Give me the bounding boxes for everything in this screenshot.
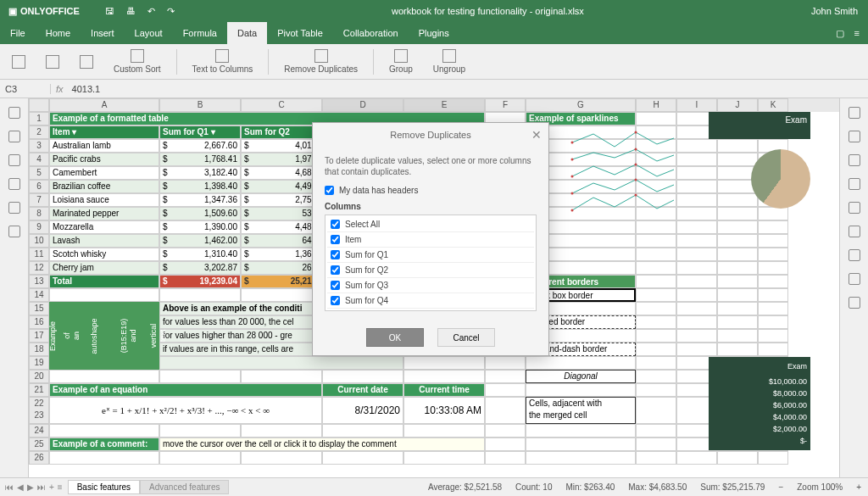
row-header[interactable]: 20 <box>29 370 49 383</box>
cell[interactable] <box>676 261 717 275</box>
value-cell[interactable]: $3,202.87 <box>159 261 241 275</box>
cell[interactable] <box>676 193 717 207</box>
remove-duplicates-button[interactable]: Remove Duplicates <box>279 49 363 74</box>
border-diagonal[interactable]: Diagonal <box>526 370 636 383</box>
cell[interactable] <box>676 343 717 356</box>
pivot-settings-icon[interactable] <box>849 249 860 261</box>
item-cell[interactable]: Cherry jam <box>49 261 159 275</box>
cell[interactable] <box>717 261 758 275</box>
item-cell[interactable]: Mozzarella <box>49 220 159 234</box>
col-header[interactable]: I <box>676 98 717 112</box>
cell[interactable] <box>241 370 322 383</box>
cell[interactable] <box>159 288 241 302</box>
print-icon[interactable]: 🖶 <box>126 6 136 17</box>
cell[interactable] <box>485 370 526 383</box>
slicer-settings-icon[interactable] <box>849 273 860 285</box>
cell[interactable] <box>676 220 717 234</box>
row-header[interactable]: 14 <box>29 288 49 302</box>
value-cell[interactable]: $4,496. <box>241 180 322 193</box>
open-location-icon[interactable]: ▢ <box>836 28 844 39</box>
zoom-in-icon[interactable]: + <box>849 482 868 492</box>
cell[interactable] <box>636 383 676 397</box>
cell[interactable] <box>49 288 159 302</box>
item-cell[interactable]: Australian lamb <box>49 139 159 153</box>
cell[interactable] <box>636 329 676 343</box>
date-cell[interactable]: 8/31/2020 <box>322 397 403 424</box>
value-cell[interactable]: $644. <box>241 234 322 248</box>
row-header[interactable]: 2 <box>29 125 49 139</box>
cell[interactable] <box>676 180 717 193</box>
cell[interactable] <box>49 424 159 437</box>
row-header[interactable]: 13 <box>29 275 49 288</box>
value-cell[interactable]: $1,390.00 <box>159 220 241 234</box>
col-header[interactable]: A <box>49 98 159 112</box>
image-settings-icon[interactable] <box>849 178 860 190</box>
cell[interactable] <box>485 437 526 451</box>
row-header[interactable]: 11 <box>29 248 49 261</box>
cell[interactable] <box>636 275 676 288</box>
row-header[interactable]: 15 <box>29 302 49 315</box>
cell-settings-icon[interactable] <box>849 107 860 119</box>
cell[interactable] <box>322 451 403 465</box>
cell[interactable] <box>717 234 758 248</box>
cell[interactable] <box>717 343 758 356</box>
cell[interactable] <box>717 315 758 329</box>
date-label[interactable]: Current date <box>322 383 403 397</box>
cell[interactable] <box>636 234 676 248</box>
cell[interactable] <box>636 288 676 302</box>
cell[interactable] <box>526 383 636 397</box>
row-header[interactable]: 7 <box>29 193 49 207</box>
cell[interactable] <box>758 302 788 315</box>
col-header[interactable]: K <box>758 98 788 112</box>
cell[interactable] <box>676 451 717 465</box>
total-label[interactable]: Total <box>49 275 159 288</box>
comment-title[interactable]: Example of a comment: <box>49 437 159 451</box>
text-to-columns-button[interactable]: Text to Columns <box>187 49 259 74</box>
cell[interactable] <box>403 356 485 370</box>
item-cell[interactable]: Marinated pepper <box>49 207 159 220</box>
table-settings-icon[interactable] <box>849 131 860 142</box>
value-cell[interactable]: $1,398.40 <box>159 180 241 193</box>
cell[interactable] <box>636 261 676 275</box>
cell[interactable] <box>636 112 676 125</box>
cell[interactable] <box>717 207 758 220</box>
column-option[interactable]: Sum for Q1 <box>327 248 534 263</box>
time-cell[interactable]: 10:33:08 AM <box>403 397 485 424</box>
cell[interactable] <box>758 288 788 302</box>
cell[interactable] <box>717 275 758 288</box>
table-col-header[interactable]: Sum for Q2 <box>241 125 322 139</box>
column-option[interactable]: Select All <box>327 217 534 232</box>
cancel-button[interactable]: Cancel <box>437 328 495 347</box>
item-cell[interactable]: Loisiana sauce <box>49 193 159 207</box>
value-cell[interactable]: $2,667.60 <box>159 139 241 153</box>
cell[interactable] <box>636 437 676 451</box>
menu-icon[interactable]: ≡ <box>854 28 860 39</box>
cell[interactable] <box>636 424 676 437</box>
row-header[interactable]: 9 <box>29 220 49 234</box>
cell[interactable] <box>159 424 241 437</box>
border-example[interactable] <box>526 356 636 370</box>
cell[interactable] <box>717 288 758 302</box>
cell[interactable] <box>717 451 758 465</box>
cell[interactable] <box>758 207 788 220</box>
cell[interactable] <box>159 370 241 383</box>
tab-pivot[interactable]: Pivot Table <box>267 22 333 44</box>
cell-name-box[interactable]: C3 <box>0 84 51 94</box>
column-option[interactable]: Sum for Q3 <box>327 278 534 293</box>
equation-title[interactable]: Example of an equation <box>49 383 322 397</box>
user-name[interactable]: John Smith <box>801 6 868 16</box>
chart-settings-icon[interactable] <box>849 202 860 214</box>
chat-icon[interactable] <box>8 154 20 166</box>
column-option[interactable]: Sum for Q2 <box>327 263 534 278</box>
custom-sort-button[interactable]: Custom Sort <box>108 49 166 74</box>
shape-settings-icon[interactable] <box>849 154 860 166</box>
cell[interactable] <box>526 451 636 465</box>
about-icon[interactable] <box>8 226 20 237</box>
sort-desc-button[interactable] <box>75 55 98 69</box>
cell[interactable] <box>717 153 758 166</box>
cell[interactable] <box>485 397 526 424</box>
cell[interactable] <box>49 451 159 465</box>
tab-layout[interactable]: Layout <box>125 22 173 44</box>
cell[interactable] <box>717 193 758 207</box>
time-label[interactable]: Current time <box>403 383 485 397</box>
